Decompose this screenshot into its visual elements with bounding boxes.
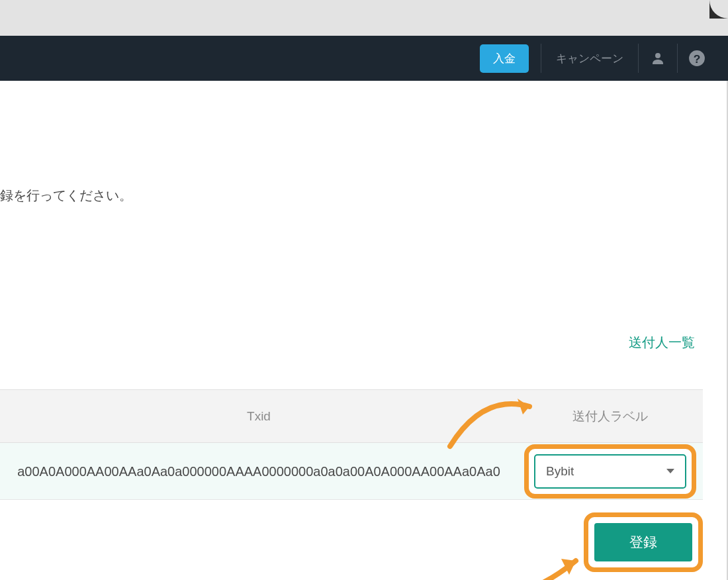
user-icon xyxy=(650,50,666,66)
sender-table: Txid 送付人ラベル a00A0A000AA00AAa0Aa0a000000A… xyxy=(0,389,703,500)
highlight-annotation: Bybit xyxy=(524,444,696,499)
user-menu[interactable] xyxy=(639,50,677,66)
svg-marker-4 xyxy=(561,559,576,575)
highlight-annotation: 登録 xyxy=(584,512,703,572)
header-bar: 入金 キャンペーン ? xyxy=(0,36,728,81)
sender-label-cell: Bybit xyxy=(518,444,703,499)
column-header-sender-label: 送付人ラベル xyxy=(518,408,703,425)
help-menu[interactable]: ? xyxy=(678,50,716,67)
txid-value: a00A0A000AA00AAa0Aa0a000000AAAA0000000a0… xyxy=(0,452,518,491)
chevron-down-icon xyxy=(666,469,674,473)
campaign-link[interactable]: キャンペーン xyxy=(541,51,638,66)
help-icon: ? xyxy=(688,50,705,67)
instruction-text: 録を行ってください。 xyxy=(0,187,132,205)
deposit-button[interactable]: 入金 xyxy=(480,44,529,73)
column-header-txid: Txid xyxy=(0,409,518,424)
annotation-arrow-icon xyxy=(463,531,596,580)
sender-list-link[interactable]: 送付人一覧 xyxy=(629,334,695,352)
table-row: a00A0A000AA00AAa0Aa0a000000AAAA0000000a0… xyxy=(0,443,703,500)
register-button[interactable]: 登録 xyxy=(594,523,692,561)
select-value: Bybit xyxy=(546,464,574,479)
register-wrapper: 登録 xyxy=(584,512,703,572)
svg-point-0 xyxy=(655,53,660,58)
browser-chrome-spacer xyxy=(0,0,728,36)
sender-label-select[interactable]: Bybit xyxy=(534,454,686,489)
svg-text:?: ? xyxy=(694,52,701,66)
table-header-row: Txid 送付人ラベル xyxy=(0,390,703,443)
window-corner xyxy=(709,0,728,19)
content-area: 録を行ってください。 送付人一覧 Txid 送付人ラベル a00A0A000AA… xyxy=(0,81,728,580)
